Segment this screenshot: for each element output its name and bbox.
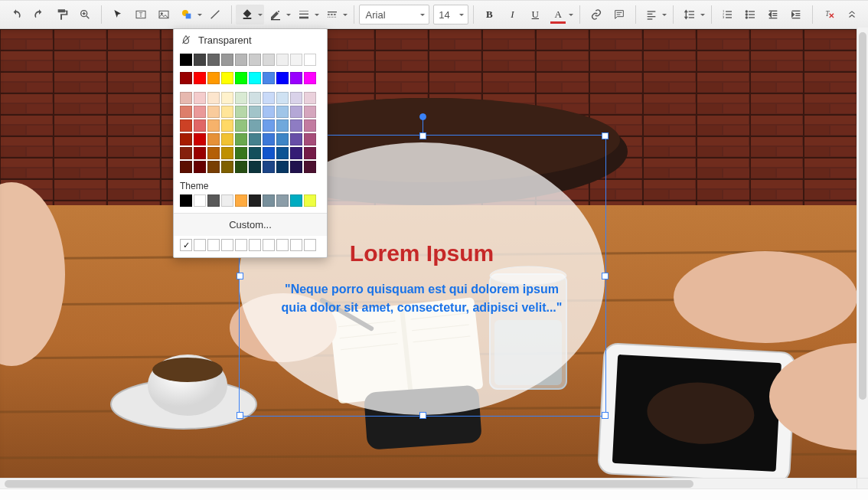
color-swatch[interactable]	[207, 133, 220, 145]
resize-handle-e[interactable]	[602, 273, 609, 279]
color-swatch[interactable]	[180, 92, 192, 104]
color-swatch[interactable]	[235, 106, 247, 118]
color-swatch[interactable]	[180, 54, 192, 66]
clear-formatting-button[interactable]: T	[817, 5, 840, 25]
resize-handle-sw[interactable]	[237, 412, 243, 419]
resize-handle-w[interactable]	[237, 273, 243, 279]
color-swatch[interactable]	[207, 119, 220, 132]
color-swatch[interactable]	[207, 92, 220, 104]
image-button[interactable]	[152, 5, 175, 25]
transparent-option[interactable]: Transparent	[174, 29, 327, 51]
custom-color-button[interactable]: Custom...	[174, 213, 327, 236]
resize-handle-n[interactable]	[419, 132, 426, 139]
color-swatch[interactable]	[304, 92, 316, 104]
color-swatch[interactable]	[221, 161, 233, 173]
text-color-button[interactable]: A	[547, 5, 575, 25]
bulleted-list-button[interactable]	[739, 5, 762, 25]
color-swatch[interactable]	[235, 119, 247, 132]
color-swatch[interactable]	[304, 194, 316, 207]
recent-swatch[interactable]	[235, 239, 247, 251]
color-swatch[interactable]	[290, 147, 302, 159]
insert-link-button[interactable]	[585, 5, 608, 25]
font-size-select[interactable]: 14	[433, 5, 468, 25]
color-swatch[interactable]	[304, 106, 316, 118]
color-swatch[interactable]	[235, 194, 247, 207]
color-swatch[interactable]	[276, 194, 289, 207]
numbered-list-button[interactable]: 123	[716, 5, 739, 25]
color-swatch[interactable]	[235, 54, 247, 66]
color-swatch[interactable]	[207, 106, 220, 118]
color-swatch[interactable]	[276, 72, 289, 84]
border-dash-button[interactable]	[321, 5, 349, 25]
color-swatch[interactable]	[249, 119, 261, 132]
color-swatch[interactable]	[221, 119, 233, 132]
select-tool-button[interactable]	[106, 5, 129, 25]
color-swatch[interactable]	[249, 147, 261, 159]
color-swatch[interactable]	[249, 54, 261, 66]
paint-format-button[interactable]	[51, 5, 73, 25]
color-swatch[interactable]	[207, 54, 220, 66]
color-swatch[interactable]	[276, 161, 289, 173]
color-swatch[interactable]	[290, 194, 302, 207]
color-swatch[interactable]	[221, 133, 233, 145]
color-swatch[interactable]	[263, 194, 275, 207]
color-swatch[interactable]	[221, 54, 233, 66]
color-swatch[interactable]	[304, 119, 316, 132]
resize-handle-s[interactable]	[419, 412, 426, 419]
color-swatch[interactable]	[207, 147, 220, 159]
recent-swatch[interactable]	[304, 239, 316, 251]
color-swatch[interactable]	[194, 119, 206, 132]
color-swatch[interactable]	[194, 92, 206, 104]
color-swatch[interactable]	[249, 194, 261, 207]
color-swatch[interactable]	[304, 147, 316, 159]
color-swatch[interactable]	[263, 133, 275, 145]
color-swatch[interactable]	[235, 161, 247, 173]
color-swatch[interactable]	[276, 106, 289, 118]
align-button[interactable]	[640, 5, 668, 25]
color-swatch[interactable]	[249, 161, 261, 173]
color-swatch[interactable]	[290, 92, 302, 104]
recent-swatch[interactable]	[290, 239, 302, 251]
color-swatch[interactable]	[221, 92, 233, 104]
color-swatch[interactable]	[249, 106, 261, 118]
line-spacing-button[interactable]	[678, 5, 706, 25]
border-color-button[interactable]	[264, 5, 292, 25]
color-swatch[interactable]	[180, 147, 192, 159]
color-swatch[interactable]	[180, 72, 192, 84]
color-swatch[interactable]	[249, 133, 261, 145]
recent-swatch[interactable]	[249, 239, 261, 251]
recent-swatch[interactable]	[221, 239, 233, 251]
color-swatch[interactable]	[276, 147, 289, 159]
color-swatch[interactable]	[235, 147, 247, 159]
shape-button[interactable]	[175, 5, 204, 25]
color-swatch[interactable]	[221, 147, 233, 159]
rotate-handle[interactable]	[419, 113, 426, 120]
color-swatch[interactable]	[194, 161, 206, 173]
color-swatch[interactable]	[235, 72, 247, 84]
color-swatch[interactable]	[290, 72, 302, 84]
color-swatch[interactable]	[276, 92, 289, 104]
color-swatch[interactable]	[194, 72, 206, 84]
vertical-scroll-thumb[interactable]	[859, 32, 866, 400]
zoom-button[interactable]	[73, 5, 96, 25]
color-swatch[interactable]	[263, 119, 275, 132]
color-swatch[interactable]	[180, 119, 192, 132]
color-swatch[interactable]	[304, 72, 316, 84]
italic-button[interactable]: I	[501, 5, 524, 25]
color-swatch[interactable]	[194, 194, 206, 207]
recent-swatch[interactable]	[207, 239, 220, 251]
color-swatch[interactable]	[304, 133, 316, 145]
color-swatch[interactable]	[263, 54, 275, 66]
color-swatch[interactable]	[304, 54, 316, 66]
color-swatch[interactable]	[290, 133, 302, 145]
color-swatch[interactable]	[249, 92, 261, 104]
decrease-indent-button[interactable]	[762, 5, 785, 25]
color-swatch[interactable]	[221, 194, 233, 207]
color-swatch[interactable]	[263, 147, 275, 159]
expand-toolbar-button[interactable]	[840, 5, 863, 25]
color-swatch[interactable]	[221, 106, 233, 118]
color-swatch[interactable]	[290, 106, 302, 118]
bold-button[interactable]: B	[478, 5, 501, 25]
color-swatch[interactable]	[304, 161, 316, 173]
color-swatch[interactable]	[194, 106, 206, 118]
